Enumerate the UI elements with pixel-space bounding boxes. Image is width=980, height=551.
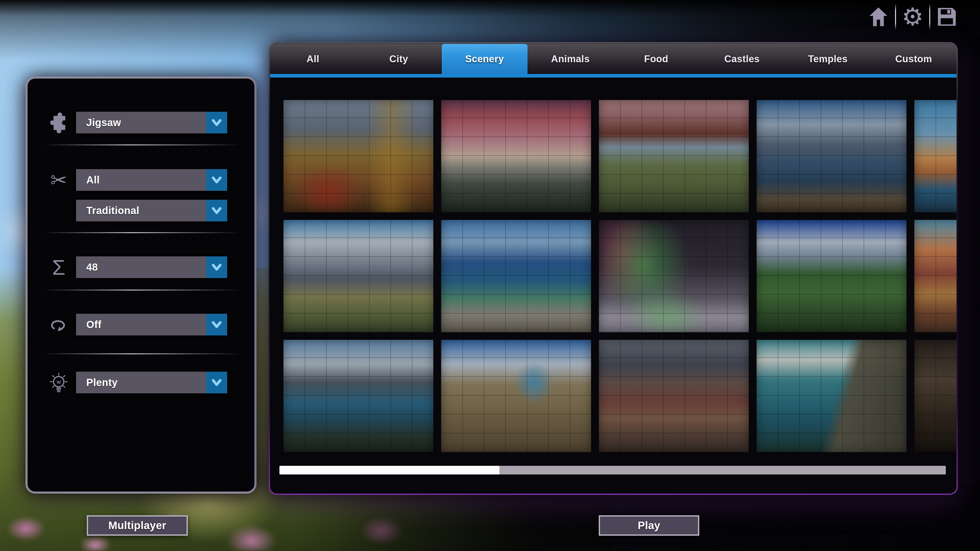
puzzle-piece-icon <box>43 110 74 135</box>
jigsaw-game-menu: ⚙ Jigsaw ✂ All <box>0 0 980 551</box>
tab-castles[interactable]: Castles <box>699 44 785 74</box>
puzzle-thumbnail[interactable] <box>599 100 749 213</box>
dropdown-value: Jigsaw <box>76 112 206 133</box>
cut-style-dropdown[interactable]: All <box>76 169 227 191</box>
gallery-panel-frame: All City Scenery Animals Food Castles Te… <box>269 42 958 495</box>
system-icon-bar: ⚙ <box>864 2 961 32</box>
chevron-down-icon <box>206 372 227 393</box>
section-divider <box>43 289 242 291</box>
settings-button[interactable]: ⚙ <box>899 3 927 31</box>
puzzle-thumbnail[interactable] <box>756 220 907 332</box>
category-tab-bar: All City Scenery Animals Food Castles Te… <box>270 43 956 74</box>
tab-food[interactable]: Food <box>613 44 699 74</box>
section-divider <box>43 232 242 233</box>
piece-count-dropdown[interactable]: 48 <box>76 256 227 278</box>
puzzle-thumbnail[interactable] <box>914 340 956 452</box>
tab-animals[interactable]: Animals <box>528 44 613 74</box>
puzzle-type-dropdown[interactable]: Jigsaw <box>76 112 227 133</box>
gallery-scrollbar-track[interactable] <box>280 466 946 475</box>
chevron-down-icon <box>206 314 227 335</box>
chevron-down-icon <box>206 256 227 278</box>
puzzle-thumbnail[interactable] <box>914 220 956 332</box>
puzzle-thumbnail-grid <box>283 100 956 452</box>
dropdown-value: Off <box>76 314 206 335</box>
tab-all[interactable]: All <box>270 44 356 74</box>
active-tab-underline <box>270 74 956 78</box>
puzzle-thumbnail[interactable] <box>283 340 433 452</box>
chevron-down-icon <box>206 112 227 133</box>
home-icon <box>867 5 890 29</box>
home-button[interactable] <box>864 3 892 31</box>
icon-divider <box>895 3 896 30</box>
tab-city[interactable]: City <box>356 44 442 74</box>
dropdown-value: 48 <box>76 256 206 278</box>
tab-scenery[interactable]: Scenery <box>442 44 528 74</box>
svg-text:w: w <box>56 379 61 385</box>
tab-custom[interactable]: Custom <box>871 44 956 74</box>
chevron-down-icon <box>206 200 227 221</box>
tab-temples[interactable]: Temples <box>785 44 871 74</box>
puzzle-settings-panel: Jigsaw ✂ All Traditional Σ 48 <box>25 76 256 494</box>
gear-icon: ⚙ <box>902 5 924 29</box>
icon-divider <box>929 3 930 30</box>
puzzle-thumbnail[interactable] <box>599 340 749 452</box>
play-button[interactable]: Play <box>599 515 699 536</box>
hints-dropdown[interactable]: Plenty <box>76 372 227 393</box>
scissors-icon: ✂ <box>43 167 74 193</box>
puzzle-thumbnail[interactable] <box>441 220 591 332</box>
section-divider <box>43 144 242 145</box>
save-button[interactable] <box>933 3 961 31</box>
save-icon <box>935 5 959 29</box>
dropdown-value: Traditional <box>76 200 206 221</box>
rotation-icon <box>43 312 74 338</box>
puzzle-thumbnail[interactable] <box>756 340 907 452</box>
puzzle-thumbnail[interactable] <box>756 100 907 213</box>
rotation-dropdown[interactable]: Off <box>76 314 227 335</box>
puzzle-thumbnail[interactable] <box>441 100 591 213</box>
gallery-panel: All City Scenery Animals Food Castles Te… <box>270 43 956 494</box>
chevron-down-icon <box>206 169 227 191</box>
multiplayer-button[interactable]: Multiplayer <box>87 515 188 536</box>
section-divider <box>43 353 242 354</box>
puzzle-thumbnail[interactable] <box>283 220 433 332</box>
gallery-scrollbar-thumb[interactable] <box>280 466 500 475</box>
hint-bulb-icon: w <box>43 370 74 395</box>
sigma-piece-count-icon: Σ <box>43 254 74 280</box>
dropdown-value: All <box>76 169 206 191</box>
puzzle-thumbnail[interactable] <box>283 100 433 213</box>
puzzle-thumbnail[interactable] <box>914 100 956 213</box>
cut-shape-dropdown[interactable]: Traditional <box>76 200 227 221</box>
puzzle-thumbnail[interactable] <box>599 220 749 332</box>
dropdown-value: Plenty <box>76 372 206 393</box>
puzzle-thumbnail[interactable] <box>441 340 591 452</box>
